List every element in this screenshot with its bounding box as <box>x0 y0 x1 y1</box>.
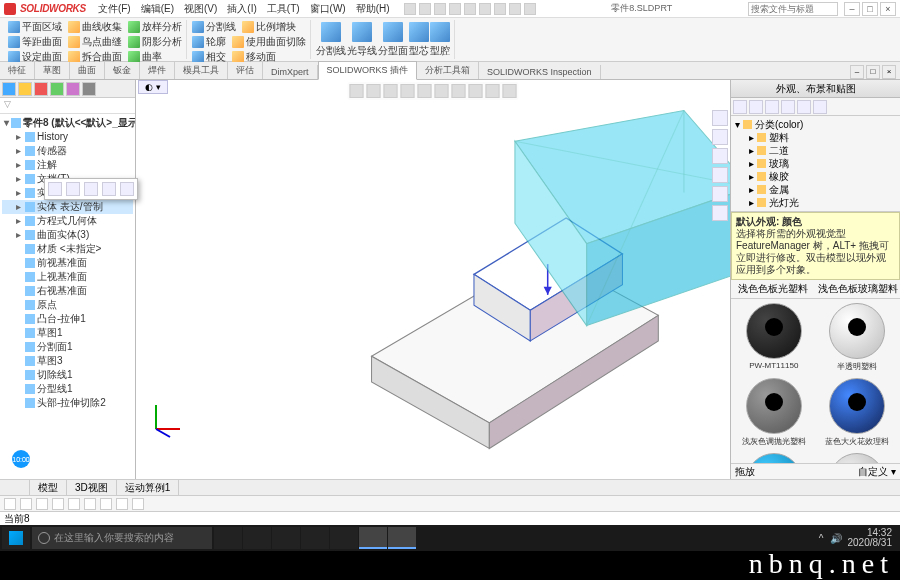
appearance-swatch[interactable]: 蓝色大火花效理料 <box>819 378 897 447</box>
tree-root[interactable]: ▾零件8 (默认<<默认>_显示状态 1>) <box>2 116 133 130</box>
vt-icon[interactable] <box>486 84 500 98</box>
vt-icon[interactable] <box>435 84 449 98</box>
print-icon[interactable] <box>449 3 461 15</box>
fm-tab-icon[interactable] <box>66 82 80 96</box>
fm-filter[interactable]: ▽ <box>0 98 135 114</box>
tree-item[interactable]: ▸方程式几何体 <box>2 214 133 228</box>
tb-app-icon[interactable] <box>214 527 242 549</box>
open-icon[interactable] <box>419 3 431 15</box>
rebuild-icon[interactable] <box>509 3 521 15</box>
rbtn[interactable]: 轮廓 <box>192 35 226 49</box>
doc-win-button[interactable]: – <box>850 65 864 79</box>
rp-tool-icon[interactable] <box>765 100 779 114</box>
tree-item[interactable]: ▸实体 表达/管制 <box>2 200 133 214</box>
tree-item[interactable]: ▸曲面实体(3) <box>2 228 133 242</box>
doc-win-button[interactable]: □ <box>866 65 880 79</box>
tree-item[interactable]: 分割面1 <box>2 340 133 354</box>
command-tab[interactable]: 特征 <box>0 62 35 79</box>
rp-tree-item[interactable]: ▸ 橡胶 <box>735 170 896 183</box>
tray-icon[interactable]: ^ <box>819 533 824 544</box>
rbtn[interactable]: 使用曲面切除 <box>232 35 306 49</box>
tp-icon[interactable] <box>712 167 728 183</box>
tb-app-icon[interactable] <box>243 527 271 549</box>
rbtn-big[interactable]: 型芯 <box>409 22 429 58</box>
select-icon[interactable] <box>494 3 506 15</box>
tb-app-icon[interactable] <box>388 527 416 549</box>
command-tab[interactable]: 钣金 <box>105 62 140 79</box>
rbtn[interactable]: 阴影分析 <box>128 35 182 49</box>
minimize-button[interactable]: – <box>844 2 860 16</box>
rbtn[interactable]: 比例增块 <box>242 20 296 34</box>
undo-icon[interactable] <box>464 3 476 15</box>
sf-icon[interactable] <box>36 498 48 510</box>
vt-icon[interactable] <box>367 84 381 98</box>
rbtn[interactable]: 放样分析 <box>128 20 182 34</box>
fm-tab-icon[interactable] <box>34 82 48 96</box>
tree-item[interactable]: 分型线1 <box>2 382 133 396</box>
save-icon[interactable] <box>434 3 446 15</box>
rbtn[interactable]: 曲线收集 <box>68 20 122 34</box>
rp-tree-item[interactable]: ▸ 二道 <box>735 144 896 157</box>
ctx-icon[interactable] <box>84 182 98 196</box>
tb-app-icon[interactable] <box>359 527 387 549</box>
tree-item[interactable]: 材质 <未指定> <box>2 242 133 256</box>
menu-insert[interactable]: 插入(I) <box>223 1 260 17</box>
tree-item[interactable]: 原点 <box>2 298 133 312</box>
menu-tools[interactable]: 工具(T) <box>263 1 304 17</box>
tree-item[interactable]: 右视基准面 <box>2 284 133 298</box>
sf-icon[interactable] <box>132 498 144 510</box>
tree-item[interactable]: 草图3 <box>2 354 133 368</box>
rbtn-big[interactable]: 分割线 <box>316 22 346 58</box>
command-tab[interactable]: 曲面 <box>70 62 105 79</box>
tp-icon[interactable] <box>712 148 728 164</box>
start-button[interactable] <box>2 527 30 549</box>
rbtn[interactable]: 平面区域 <box>8 20 62 34</box>
ctx-icon[interactable] <box>120 182 134 196</box>
sf-icon[interactable] <box>116 498 128 510</box>
ctx-icon[interactable] <box>48 182 62 196</box>
menu-edit[interactable]: 编辑(E) <box>137 1 178 17</box>
tree-item[interactable]: 凸台-拉伸1 <box>2 312 133 326</box>
rp-tree-item[interactable]: ▸ 玻璃 <box>735 157 896 170</box>
menu-help[interactable]: 帮助(H) <box>352 1 394 17</box>
search-input[interactable] <box>748 2 838 16</box>
tree-item[interactable]: ▸传感器 <box>2 144 133 158</box>
vt-icon[interactable] <box>452 84 466 98</box>
rp-tree-root[interactable]: ▾ 分类(color) <box>735 118 896 131</box>
fm-tab-icon[interactable] <box>18 82 32 96</box>
vt-icon[interactable] <box>469 84 483 98</box>
tree-item[interactable]: 头部-拉伸切除2 <box>2 396 133 410</box>
redo-icon[interactable] <box>479 3 491 15</box>
command-tab[interactable]: 评估 <box>228 62 263 79</box>
sf-icon[interactable] <box>20 498 32 510</box>
appearance-swatch[interactable]: PW-MT11150 <box>735 303 813 372</box>
rp-tree-item[interactable]: ▸ 塑料 <box>735 131 896 144</box>
appearance-swatch[interactable]: 镜网络塑料 <box>819 453 897 463</box>
rbtn[interactable]: 鸟点曲缝 <box>68 35 122 49</box>
rp-foot-r[interactable]: 自定义 ▾ <box>858 465 896 479</box>
new-icon[interactable] <box>404 3 416 15</box>
fm-tab-icon[interactable] <box>82 82 96 96</box>
tb-app-icon[interactable] <box>301 527 329 549</box>
tray-icon[interactable]: 🔊 <box>830 533 842 544</box>
tree-item[interactable]: 草图1 <box>2 326 133 340</box>
command-tab[interactable]: 模具工具 <box>175 62 228 79</box>
tree-item[interactable]: ▸注解 <box>2 158 133 172</box>
menu-window[interactable]: 窗口(W) <box>306 1 350 17</box>
fm-tab-icon[interactable] <box>2 82 16 96</box>
rbtn-big[interactable]: 分型面 <box>378 22 408 58</box>
sf-icon[interactable] <box>52 498 64 510</box>
appearance-swatch[interactable]: 半透明塑料 <box>819 303 897 372</box>
bot-tab[interactable]: 模型 <box>30 480 67 495</box>
doc-win-button[interactable]: × <box>882 65 896 79</box>
sf-icon[interactable] <box>68 498 80 510</box>
sf-icon[interactable] <box>4 498 16 510</box>
tb-app-icon[interactable] <box>272 527 300 549</box>
sf-icon[interactable] <box>84 498 96 510</box>
command-tab[interactable]: SOLIDWORKS Inspection <box>479 65 601 79</box>
menu-file[interactable]: 文件(F) <box>94 1 135 17</box>
rbtn-big[interactable]: 型腔 <box>430 22 450 58</box>
tp-icon[interactable] <box>712 129 728 145</box>
vt-icon[interactable] <box>503 84 517 98</box>
vt-icon[interactable] <box>418 84 432 98</box>
